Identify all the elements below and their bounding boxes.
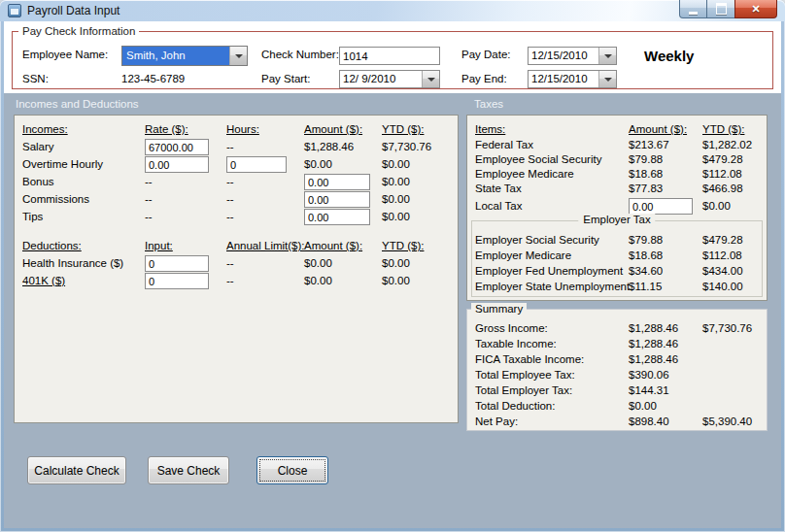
state-tax-amount: $77.83: [629, 183, 663, 194]
maximize-icon: [716, 3, 727, 15]
employer-ss-amount: $79.88: [629, 234, 663, 246]
health-insurance-label: Health Insurance ($): [22, 257, 123, 269]
paycheck-info-group: Pay Check Information Employee Name: Smi…: [12, 25, 773, 89]
calculate-check-button[interactable]: Calculate Check: [27, 456, 126, 484]
overtime-hours-input[interactable]: [226, 156, 287, 173]
salary-rate-input[interactable]: [145, 139, 209, 155]
tips-ytd-value: $0.00: [382, 211, 410, 222]
bonus-hours-value: --: [226, 176, 234, 187]
employee-ss-amount: $79.88: [629, 153, 663, 165]
401k-ytd-value: $0.00: [382, 275, 410, 286]
salary-label: Salary: [22, 141, 54, 152]
pay-start-dropdown-button[interactable]: [422, 71, 439, 87]
summary-group-label: Summary: [471, 303, 527, 315]
bonus-rate-value: --: [145, 176, 153, 187]
employer-state-unemployment-row: Employer State Unemployment $11.15 $140.…: [467, 281, 767, 296]
pay-frequency-label: Weekly: [644, 48, 694, 64]
ytd-column-header: YTD ($):: [382, 123, 424, 135]
chevron-down-icon: [427, 78, 435, 85]
employer-state-unemployment-amount: $11.15: [629, 281, 662, 292]
bonus-row: Bonus -- -- $0.00: [15, 176, 458, 191]
employee-name-combobox[interactable]: Smith, John: [121, 46, 248, 66]
ssn-value: 123-45-6789: [121, 73, 185, 84]
maximize-button[interactable]: [707, 0, 734, 18]
gross-income-amount: $1,288.46: [629, 322, 678, 334]
health-insurance-row: Health Insurance ($) -- $0.00 $0.00: [15, 257, 458, 273]
pay-date-picker[interactable]: 12/15/2010: [528, 47, 617, 65]
gross-income-ytd: $7,730.76: [702, 322, 752, 334]
titlebar[interactable]: Payroll Data Input ✕: [0, 0, 785, 21]
commissions-hours-value: --: [226, 193, 234, 205]
close-window-button[interactable]: ✕: [734, 0, 777, 18]
pay-date-dropdown-button[interactable]: [598, 48, 616, 64]
incomes-column-header: Incomes:: [22, 123, 68, 135]
employer-fed-unemployment-label: Employer Fed Unemployment: [475, 265, 623, 277]
app-icon: [8, 4, 21, 17]
check-number-input[interactable]: [339, 47, 440, 65]
salary-amount-value: $1,288.46: [304, 141, 354, 152]
paycheck-info-group-label: Pay Check Information: [18, 25, 139, 37]
total-deduction-row: Total Deduction: $0.00: [467, 400, 767, 416]
commissions-amount-input[interactable]: [304, 191, 370, 208]
form-client-area: Pay Check Information Employee Name: Smi…: [4, 21, 781, 528]
pay-end-dropdown-button[interactable]: [598, 71, 616, 87]
salary-ytd-value: $7,730.76: [382, 141, 431, 152]
employer-state-unemployment-ytd: $140.00: [702, 281, 743, 292]
state-tax-label: State Tax: [475, 183, 522, 194]
minimize-button[interactable]: [679, 0, 707, 18]
total-deduction-amount: $0.00: [629, 400, 657, 412]
close-icon: ✕: [751, 3, 760, 16]
chevron-down-icon: [604, 78, 612, 85]
commissions-rate-value: --: [145, 193, 153, 205]
commissions-row: Commissions -- -- $0.00: [15, 193, 458, 209]
employee-medicare-amount: $18.68: [629, 168, 663, 180]
401k-link[interactable]: 401K ($): [22, 275, 65, 286]
overtime-label: Overtime Hourly: [22, 158, 103, 170]
total-employee-tax-row: Total Employee Tax: $390.06: [467, 369, 767, 384]
employee-medicare-row: Employee Medicare $18.68 $112.08: [467, 168, 767, 183]
net-pay-label: Net Pay:: [475, 416, 518, 427]
taxes-panel: Items: Amount ($): YTD ($): Federal Tax …: [466, 115, 768, 301]
section-header-incomes-deductions: Incomes and Deductions: [16, 98, 139, 110]
total-employer-tax-label: Total Employer Tax:: [475, 384, 572, 396]
taxable-income-amount: $1,288.46: [629, 338, 678, 349]
items-column-header: Items:: [475, 123, 505, 135]
total-employer-tax-row: Total Employer Tax: $144.31: [467, 384, 767, 400]
employee-name-dropdown-button[interactable]: [229, 47, 247, 65]
gross-income-row: Gross Income: $1,288.46 $7,730.76: [467, 322, 767, 338]
tips-amount-input[interactable]: [304, 209, 370, 225]
net-pay-ytd: $5,390.40: [702, 416, 752, 427]
pay-start-value: 12/ 9/2010: [340, 71, 422, 87]
employer-medicare-label: Employer Medicare: [475, 249, 571, 261]
pay-end-picker[interactable]: 12/15/2010: [528, 70, 617, 88]
close-button[interactable]: Close: [256, 456, 328, 484]
chevron-down-icon: [235, 54, 243, 62]
health-insurance-input[interactable]: [145, 255, 209, 272]
salary-hours-value: --: [226, 141, 234, 152]
window-controls: ✕: [679, 0, 777, 18]
rate-column-header: Rate ($):: [145, 123, 188, 135]
overtime-rate-input[interactable]: [145, 156, 209, 173]
total-employee-tax-amount: $390.06: [629, 369, 669, 381]
annual-limit-column-header: Annual Limit($):: [226, 240, 305, 251]
employee-ss-label: Employee Social Security: [475, 153, 601, 165]
input-column-header: Input:: [145, 240, 173, 251]
local-tax-input[interactable]: [629, 198, 693, 215]
pay-start-label: Pay Start:: [261, 73, 311, 84]
incomes-deductions-panel: Incomes: Rate ($): Hours: Amount ($): YT…: [14, 115, 459, 423]
total-employer-tax-amount: $144.31: [629, 384, 669, 396]
local-tax-label: Local Tax: [475, 200, 522, 212]
bonus-amount-input[interactable]: [304, 174, 370, 190]
employee-name-value: Smith, John: [122, 47, 229, 65]
lower-region: Incomes and Deductions Taxes Incomes: Ra…: [4, 93, 781, 528]
401k-input[interactable]: [145, 273, 209, 289]
hours-column-header: Hours:: [226, 123, 259, 135]
tips-row: Tips -- -- $0.00: [15, 211, 458, 226]
employee-name-label: Employee Name:: [22, 49, 108, 60]
federal-tax-label: Federal Tax: [475, 139, 533, 150]
total-deduction-label: Total Deduction:: [475, 400, 555, 412]
save-check-button[interactable]: Save Check: [148, 456, 229, 484]
local-tax-ytd: $0.00: [702, 200, 731, 212]
pay-start-picker[interactable]: 12/ 9/2010: [339, 70, 440, 88]
employer-fed-unemployment-ytd: $434.00: [702, 265, 743, 277]
